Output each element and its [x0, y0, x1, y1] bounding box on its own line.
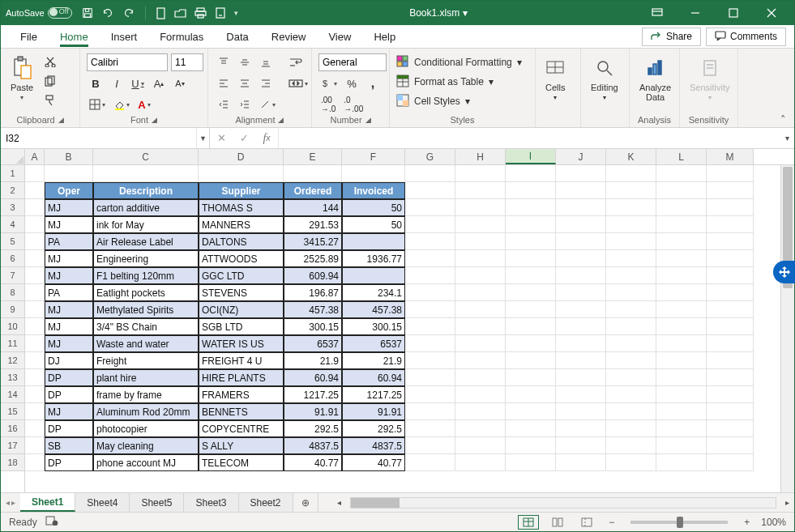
enter-formula-button[interactable]: ✓	[233, 132, 255, 144]
cell-K10[interactable]	[606, 318, 656, 335]
cell-E12[interactable]: 21.9	[284, 352, 342, 369]
cell-F1[interactable]	[342, 165, 405, 182]
cell-C10[interactable]: 3/4" BS Chain	[93, 318, 199, 335]
horizontal-scrollbar[interactable]	[347, 493, 780, 512]
align-right-button[interactable]	[257, 74, 275, 92]
align-middle-button[interactable]	[236, 53, 254, 71]
cell-I13[interactable]	[506, 369, 556, 386]
cell-C9[interactable]: Methylated Spirits	[93, 301, 199, 318]
cell-E10[interactable]: 300.15	[284, 318, 342, 335]
cell-D7[interactable]: GGC LTD	[199, 267, 284, 284]
cell-I18[interactable]	[506, 454, 556, 471]
cell-J5[interactable]	[556, 233, 606, 250]
sheet-tab-sheet5[interactable]: Sheet5	[130, 493, 184, 512]
row-header-10[interactable]: 10	[1, 318, 24, 335]
cell-E13[interactable]: 60.94	[284, 369, 342, 386]
cell-L4[interactable]	[656, 216, 707, 233]
cell-A7[interactable]	[25, 267, 45, 284]
cell-B5[interactable]: PA	[45, 233, 93, 250]
cell-A2[interactable]	[25, 182, 45, 199]
cell-L14[interactable]	[656, 386, 707, 403]
column-header-J[interactable]: J	[556, 149, 606, 164]
cell-G5[interactable]	[405, 233, 455, 250]
cell-J10[interactable]	[556, 318, 606, 335]
cell-H4[interactable]	[455, 216, 506, 233]
cell-F12[interactable]: 21.9	[342, 352, 405, 369]
cell-G15[interactable]	[405, 403, 455, 420]
column-header-I[interactable]: I	[506, 149, 556, 164]
cell-K15[interactable]	[606, 403, 656, 420]
cell-L7[interactable]	[656, 267, 707, 284]
decrease-decimal-button[interactable]: .0→.00	[341, 96, 365, 113]
cell-H1[interactable]	[455, 165, 506, 182]
cell-L3[interactable]	[656, 199, 707, 216]
cell-F13[interactable]: 60.94	[342, 369, 405, 386]
menu-tab-review[interactable]: Review	[260, 28, 318, 46]
column-header-B[interactable]: B	[45, 149, 93, 164]
column-header-A[interactable]: A	[25, 149, 45, 164]
cell-H17[interactable]	[455, 437, 506, 454]
cell-A5[interactable]	[25, 233, 45, 250]
cell-I6[interactable]	[506, 250, 556, 267]
cell-B4[interactable]: MJ	[45, 216, 93, 233]
cell-H13[interactable]	[455, 369, 506, 386]
sheet-tab-sheet2[interactable]: Sheet2	[239, 493, 293, 512]
cell-K8[interactable]	[606, 284, 656, 301]
borders-button[interactable]: ▾	[87, 96, 108, 113]
cell-J7[interactable]	[556, 267, 606, 284]
minimize-icon[interactable]	[677, 1, 713, 25]
cell-L6[interactable]	[656, 250, 707, 267]
cell-L13[interactable]	[656, 369, 707, 386]
cell-D8[interactable]: STEVENS	[199, 284, 284, 301]
cell-L17[interactable]	[656, 437, 707, 454]
cell-M4[interactable]	[707, 216, 754, 233]
qat-touch-icon[interactable]	[215, 7, 226, 19]
cell-B16[interactable]: DP	[45, 420, 93, 437]
row-header-4[interactable]: 4	[1, 216, 24, 233]
cell-styles-button[interactable]: Cell Styles▾	[396, 92, 522, 110]
hscroll-right-button[interactable]: ▸	[780, 493, 794, 512]
align-bottom-button[interactable]	[257, 53, 275, 71]
normal-view-button[interactable]	[518, 515, 539, 530]
row-header-12[interactable]: 12	[1, 352, 24, 369]
cell-C4[interactable]: ink for May	[93, 216, 199, 233]
cell-D5[interactable]: DALTONS	[199, 233, 284, 250]
cell-L12[interactable]	[656, 352, 707, 369]
editing-button[interactable]: Editing ▾	[588, 53, 622, 103]
align-left-button[interactable]	[215, 74, 233, 92]
cell-E6[interactable]: 2525.89	[284, 250, 342, 267]
cell-A12[interactable]	[25, 352, 45, 369]
cell-M16[interactable]	[707, 420, 754, 437]
cell-E11[interactable]: 6537	[284, 335, 342, 352]
cell-J16[interactable]	[556, 420, 606, 437]
cell-A15[interactable]	[25, 403, 45, 420]
increase-indent-button[interactable]	[236, 96, 254, 113]
expand-formula-bar-button[interactable]: ▾	[780, 128, 794, 148]
comments-button[interactable]: Comments	[706, 28, 786, 46]
row-header-6[interactable]: 6	[1, 250, 24, 267]
worksheet-grid[interactable]: ABCDEFGHIJKLM 12345678910111213141516171…	[1, 149, 794, 492]
cell-E1[interactable]	[284, 165, 342, 182]
menu-tab-view[interactable]: View	[317, 28, 362, 46]
cell-F15[interactable]: 91.91	[342, 403, 405, 420]
cell-I16[interactable]	[506, 420, 556, 437]
redo-icon[interactable]	[122, 7, 135, 19]
cell-M7[interactable]	[707, 267, 754, 284]
menu-tab-insert[interactable]: Insert	[100, 28, 149, 46]
cell-G6[interactable]	[405, 250, 455, 267]
cell-H15[interactable]	[455, 403, 506, 420]
decrease-indent-button[interactable]	[215, 96, 233, 113]
menu-tab-home[interactable]: Home	[49, 28, 100, 46]
increase-font-button[interactable]: A▴	[150, 74, 168, 92]
font-size-combo[interactable]	[171, 53, 203, 71]
sheet-tab-sheet1[interactable]: Sheet1	[20, 493, 75, 512]
cell-J2[interactable]	[556, 182, 606, 199]
cell-J8[interactable]	[556, 284, 606, 301]
cell-C12[interactable]: Freight	[93, 352, 199, 369]
row-header-7[interactable]: 7	[1, 267, 24, 284]
row-header-3[interactable]: 3	[1, 199, 24, 216]
cell-F14[interactable]: 1217.25	[342, 386, 405, 403]
column-header-K[interactable]: K	[606, 149, 656, 164]
cell-F18[interactable]: 40.77	[342, 454, 405, 471]
cell-H5[interactable]	[455, 233, 506, 250]
